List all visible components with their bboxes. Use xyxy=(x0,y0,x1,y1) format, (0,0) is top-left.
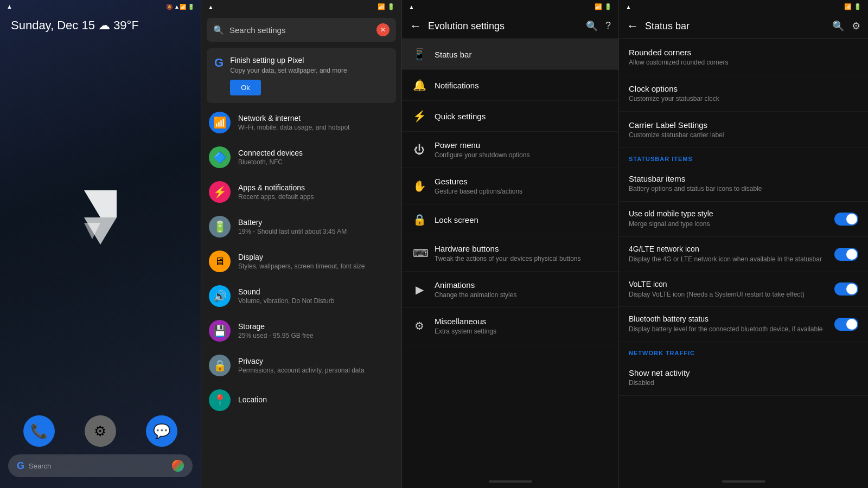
sound-sub: Volume, vibration, Do Not Disturb xyxy=(238,297,394,305)
search-input-placeholder[interactable]: Search settings xyxy=(229,25,371,35)
evo-nav-quicksettings[interactable]: ⚡ Quick settings xyxy=(402,101,618,132)
connected-icon: 🔷 xyxy=(209,146,231,168)
settings-item-battery[interactable]: 🔋 Battery 19% - Should last until about … xyxy=(201,209,401,244)
sb-item-statusbar-items[interactable]: Statusbar items Battery options and stat… xyxy=(619,165,868,202)
display-sub: Styles, wallpapers, screen timeout, font… xyxy=(238,262,394,270)
evo-bottom-indicator xyxy=(489,480,532,483)
settings-item-storage[interactable]: 💾 Storage 25% used - 95.95 GB free xyxy=(201,313,401,348)
volte-sub: Display VoLTE icon (Needs a SystemUI res… xyxy=(629,290,829,299)
google-card-subtitle: Copy your data, set wallpaper, and more xyxy=(230,67,388,74)
sb-toggle-bluetooth-battery[interactable]: Bluetooth battery status Display battery… xyxy=(619,307,868,342)
notifications-nav-icon: 🔔 xyxy=(413,79,426,92)
battery-title: Battery xyxy=(238,218,394,227)
evo-battery-icon: 🔋 xyxy=(604,3,612,10)
sb-toggle-volte[interactable]: VoLTE icon Display VoLTE icon (Needs a S… xyxy=(619,272,868,307)
sb-item-rounded-corners[interactable]: Rounded corners Allow customized rounded… xyxy=(619,39,868,75)
network-title: Network & internet xyxy=(238,114,394,123)
sb-battery-icon: 🔋 xyxy=(854,3,861,10)
sb-settings-icon[interactable]: ⚙ xyxy=(852,20,860,32)
settings-panel: ▲ 📶 🔋 🔍 Search settings ✕ G Finish setti… xyxy=(201,0,401,488)
home-signal-icon: ▲📶 xyxy=(174,4,186,10)
display-icon: 🖥 xyxy=(209,251,231,272)
show-net-activity-title: Show net activity xyxy=(629,368,858,377)
settings-search-bar[interactable]: 🔍 Search settings ✕ xyxy=(207,18,396,42)
privacy-icon: 🔒 xyxy=(209,355,231,376)
evo-nav-hardwarebuttons[interactable]: ⌨ Hardware buttons Tweak the actions of … xyxy=(402,235,618,272)
home-status-left: ▲ xyxy=(7,3,12,10)
home-silent-icon: 🔕 xyxy=(166,4,173,10)
gestures-nav-title: Gestures xyxy=(435,177,608,186)
sb-toggle-4g-lte[interactable]: 4G/LTE network icon Display the 4G or LT… xyxy=(619,237,868,272)
google-lens-icon[interactable] xyxy=(172,460,184,472)
apps-icon: ⚡ xyxy=(209,181,231,203)
rounded-corners-title: Rounded corners xyxy=(629,48,858,57)
old-mobile-toggle[interactable] xyxy=(834,213,858,226)
settings-item-sound[interactable]: 🔊 Sound Volume, vibration, Do Not Distur… xyxy=(201,279,401,313)
lockscreen-nav-title: Lock screen xyxy=(435,215,608,224)
settings-item-privacy[interactable]: 🔒 Privacy Permissions, account activity,… xyxy=(201,348,401,383)
home-search-bar[interactable]: G Search xyxy=(8,454,193,477)
sb-item-clock-options[interactable]: Clock options Customize your statusbar c… xyxy=(619,75,868,112)
settings-item-display[interactable]: 🖥 Display Styles, wallpapers, screen tim… xyxy=(201,244,401,279)
battery-icon: 🔋 xyxy=(209,216,231,237)
evo-nav-animations[interactable]: ▶ Animations Change the animation styles xyxy=(402,272,618,308)
lockscreen-nav-icon: 🔒 xyxy=(413,213,426,226)
privacy-sub: Permissions, account activity, personal … xyxy=(238,367,394,374)
gestures-nav-sub: Gesture based options/actions xyxy=(435,188,608,195)
home-battery-icon: 🔋 xyxy=(188,4,194,10)
dock-settings-button[interactable]: ⚙ xyxy=(85,415,116,447)
evo-header-icons: 🔍 ? xyxy=(586,20,611,32)
settings-item-apps[interactable]: ⚡ Apps & notifications Recent apps, defa… xyxy=(201,175,401,209)
clock-options-title: Clock options xyxy=(629,84,858,93)
settings-item-connected[interactable]: 🔷 Connected devices Bluetooth, NFC xyxy=(201,140,401,175)
show-net-activity-sub: Disabled xyxy=(629,379,858,387)
evo-help-icon[interactable]: ? xyxy=(605,20,611,32)
storage-icon: 💾 xyxy=(209,320,231,342)
volte-toggle[interactable] xyxy=(834,282,858,296)
settings-battery-icon: 🔋 xyxy=(387,3,395,10)
google-setup-card: G Finish setting up Pixel Copy your data… xyxy=(207,48,396,103)
home-search-text: Search xyxy=(29,462,51,470)
bluetooth-battery-title: Bluetooth battery status xyxy=(629,314,829,323)
sb-item-carrier-label[interactable]: Carrier Label Settings Customize statusb… xyxy=(619,112,868,148)
evo-nav-list: 📱 Status bar 🔔 Notifications ⚡ Quick set… xyxy=(402,39,618,475)
evo-header: ← Evolution settings 🔍 ? xyxy=(402,14,618,39)
quicksettings-nav-icon: ⚡ xyxy=(413,110,426,123)
evo-nav-powermenu[interactable]: ⏻ Power menu Configure your shutdown opt… xyxy=(402,132,618,168)
dock-phone-button[interactable]: 📞 xyxy=(23,415,55,447)
google-ok-button[interactable]: Ok xyxy=(230,80,261,95)
settings-list: 📶 Network & internet Wi-Fi, mobile, data… xyxy=(201,105,401,488)
location-icon: 📍 xyxy=(209,389,231,411)
evo-nav-statusbar[interactable]: 📱 Status bar xyxy=(402,39,618,70)
home-dock-area: 📞 ⚙ 💬 G Search xyxy=(0,410,201,488)
battery-sub: 19% - Should last until about 3:45 AM xyxy=(238,228,394,235)
connected-title: Connected devices xyxy=(238,149,394,157)
search-close-button[interactable]: ✕ xyxy=(376,23,390,36)
home-screen: ▲ 🔕 ▲📶 🔋 Sunday, Dec 15 ☁ 39°F 📞 ⚙ 💬 G S… xyxy=(0,0,201,488)
4g-lte-toggle[interactable] xyxy=(834,248,858,261)
evo-nav-notifications[interactable]: 🔔 Notifications xyxy=(402,70,618,101)
settings-status-bar: ▲ 📶 🔋 xyxy=(201,0,401,14)
sb-back-button[interactable]: ← xyxy=(627,19,639,33)
evo-nav-lockscreen[interactable]: 🔒 Lock screen xyxy=(402,204,618,235)
framer-logo-icon xyxy=(73,190,127,255)
evo-search-icon[interactable]: 🔍 xyxy=(586,20,598,32)
home-dock: 📞 ⚙ 💬 xyxy=(8,415,193,447)
rounded-corners-sub: Allow customized rounded corners xyxy=(629,59,858,66)
settings-status-left: ▲ xyxy=(208,4,214,10)
sb-header-icons: 🔍 ⚙ xyxy=(832,20,860,32)
settings-item-location[interactable]: 📍 Location xyxy=(201,383,401,418)
sb-item-show-net-activity[interactable]: Show net activity Disabled xyxy=(619,359,868,396)
evo-status-bar: ▲ 📶 🔋 xyxy=(402,0,618,14)
settings-item-network[interactable]: 📶 Network & internet Wi-Fi, mobile, data… xyxy=(201,105,401,140)
sb-search-icon[interactable]: 🔍 xyxy=(832,20,844,32)
carrier-label-sub: Customize statusbar carrier label xyxy=(629,131,858,139)
bluetooth-battery-toggle[interactable] xyxy=(834,318,858,331)
evo-back-button[interactable]: ← xyxy=(410,19,422,33)
storage-sub: 25% used - 95.95 GB free xyxy=(238,332,394,339)
statusbar-items-sub: Battery options and status bar icons to … xyxy=(629,185,858,192)
dock-messages-button[interactable]: 💬 xyxy=(146,415,177,447)
sb-toggle-old-mobile[interactable]: Use old mobile type style Merge signal a… xyxy=(619,202,868,237)
evo-nav-gestures[interactable]: ✋ Gestures Gesture based options/actions xyxy=(402,168,618,204)
evo-nav-miscellaneous[interactable]: ⚙ Miscellaneous Extra system settings xyxy=(402,308,618,344)
